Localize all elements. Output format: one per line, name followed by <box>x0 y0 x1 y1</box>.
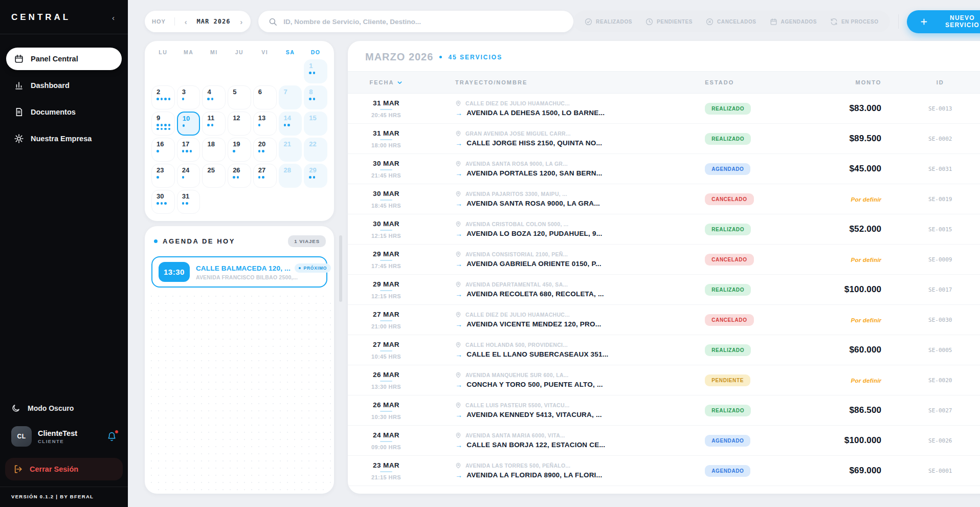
status-badge: AGENDADO <box>705 465 750 477</box>
day-number: 6 <box>258 89 276 95</box>
trip-subtitle: AVENIDA FRANCISCO BILBAO 2500,... <box>196 274 320 280</box>
table-row-SE-0013[interactable]: 31 MAR20:45 HRSCALLE DIEZ DE JULIO HUAMA… <box>348 94 980 124</box>
calendar-day-20[interactable]: 20 <box>253 138 277 162</box>
calendar-day-7[interactable]: 7 <box>279 85 302 109</box>
next-month-icon[interactable]: › <box>239 17 243 26</box>
table-row-SE-0015[interactable]: 30 MAR12:15 HRSAVENIDA CRISTOBAL COLON 5… <box>348 214 980 245</box>
arrow-right-icon: → <box>455 350 462 359</box>
calendar-day-9[interactable]: 9 <box>151 112 175 136</box>
table-row-SE-0017[interactable]: 29 MAR12:15 HRSAVENIDA DEPARTAMENTAL 450… <box>348 275 980 305</box>
search-input[interactable] <box>283 18 563 26</box>
filter-chip-agendados[interactable]: AGENDADOS <box>770 18 817 26</box>
table-row-SE-0001[interactable]: 23 MAR21:15 HRSAVENIDA LAS TORRES 500, P… <box>348 456 980 486</box>
divider <box>380 139 392 140</box>
row-route-cell: AVENIDA SANTA MARIA 6000, VITA...→CALLE … <box>425 432 677 449</box>
row-monto: $45.000 <box>849 164 881 173</box>
calendar-day-27[interactable]: 27 <box>253 164 277 188</box>
calendar-day-30[interactable]: 30 <box>151 190 175 214</box>
table-row-SE-0019[interactable]: 30 MAR18:45 HRSAVENIDA PAJARITOS 3300, M… <box>348 184 980 214</box>
table-row-SE-0026[interactable]: 24 MAR09:00 HRSAVENIDA SANTA MARIA 6000,… <box>348 426 980 456</box>
calendar-day-11[interactable]: 11 <box>202 112 226 136</box>
calendar-day-1[interactable]: 1 <box>304 59 327 83</box>
calendar-day-23[interactable]: 23 <box>151 164 175 188</box>
sidebar-item-nuestra-empresa[interactable]: Nuestra Empresa <box>6 127 122 150</box>
row-time: 10:45 HRS <box>371 354 401 360</box>
service-dots <box>284 124 298 126</box>
sidebar-item-dashboard[interactable]: Dashboard <box>6 74 122 97</box>
pin-icon <box>455 462 461 469</box>
row-route-cell: AVENIDA DEPARTAMENTAL 450, SA...→AVENIDA… <box>425 281 677 298</box>
filter-chip-pendientes[interactable]: PENDIENTES <box>645 18 693 26</box>
row-route-cell: AVENIDA SANTA ROSA 9000, LA GR...→AVENID… <box>425 161 677 178</box>
row-date: 29 MAR <box>373 250 399 258</box>
table-row-SE-0031[interactable]: 30 MAR21:45 HRSAVENIDA SANTA ROSA 9000, … <box>348 154 980 184</box>
user-card[interactable]: CL ClienteTest CLIENTE <box>0 419 128 454</box>
scrollbar-thumb[interactable] <box>339 235 342 302</box>
table-row-SE-0002[interactable]: 31 MAR18:00 HRSGRAN AVENIDA JOSE MIGUEL … <box>348 124 980 154</box>
calendar-day-18[interactable]: 18 <box>202 138 226 162</box>
prev-month-icon[interactable]: ‹ <box>184 17 188 26</box>
calendar-day-15[interactable]: 15 <box>304 112 327 136</box>
day-number: 11 <box>207 115 225 121</box>
row-id: SE-0015 <box>902 226 978 233</box>
day-number: 16 <box>157 141 174 147</box>
calendar-day-31[interactable]: 31 <box>177 190 201 214</box>
calendar-day-17[interactable]: 17 <box>177 138 201 162</box>
table-row-SE-0027[interactable]: 26 MAR10:30 HRSCALLE LUIS PASTEUR 5500, … <box>348 395 980 426</box>
table-row-SE-0020[interactable]: 26 MAR13:30 HRSAVENIDA MANQUEHUE SUR 600… <box>348 365 980 395</box>
row-monto-cell: $60.000 <box>799 345 902 355</box>
row-monto: $100.000 <box>844 435 882 445</box>
calendar-day-21[interactable]: 21 <box>279 138 302 162</box>
calendar-day-22[interactable]: 22 <box>304 138 327 162</box>
row-date-cell: 30 MAR18:45 HRS <box>348 190 425 209</box>
pin-icon <box>455 281 461 288</box>
filter-chip-label: CANCELADOS <box>717 19 756 25</box>
calendar-day-2[interactable]: 2 <box>151 85 175 109</box>
divider <box>380 411 392 412</box>
calendar-day-26[interactable]: 26 <box>228 164 251 188</box>
calendar-day-4[interactable]: 4 <box>202 85 226 109</box>
calendar-day-3[interactable]: 3 <box>177 85 201 109</box>
calendar-day-6[interactable]: 6 <box>253 85 277 109</box>
filter-chip-en-proceso[interactable]: EN PROCESO <box>830 18 879 26</box>
calendar-day-5[interactable]: 5 <box>228 85 251 109</box>
new-service-button[interactable]: NUEVO SERVICIO <box>907 10 980 33</box>
divider <box>380 320 392 321</box>
table-row-SE-0005[interactable]: 27 MAR10:45 HRSCALLE HOLANDA 500, PROVID… <box>348 335 980 365</box>
calendar-day-29[interactable]: 29 <box>304 164 327 188</box>
trip-status-badge: PRÓXIMO <box>295 263 331 273</box>
column-header-fecha[interactable]: FECHA <box>370 79 403 85</box>
pin-icon <box>455 402 461 408</box>
sidebar-item-documentos[interactable]: Documentos <box>6 101 122 123</box>
calendar-day-13[interactable]: 13 <box>253 112 277 136</box>
row-monto: $89.500 <box>849 134 881 143</box>
agenda-trip-card[interactable]: 13:30 CALLE BALMACEDA 120, ... PRÓXIMO A… <box>151 256 327 288</box>
notifications-bell-icon[interactable] <box>107 432 117 442</box>
dark-mode-toggle[interactable]: Modo Oscuro <box>0 398 128 419</box>
sidebar-collapse-icon[interactable]: ‹ <box>110 13 117 22</box>
calendar-day-24[interactable]: 24 <box>177 164 201 188</box>
calendar-day-10[interactable]: 10 <box>177 112 201 136</box>
column-header-id: ID <box>902 79 978 85</box>
row-id: SE-0027 <box>902 407 978 414</box>
calendar-day-12[interactable]: 12 <box>228 112 251 136</box>
today-button[interactable]: HOY <box>152 18 166 25</box>
arrow-right-icon: → <box>455 230 462 238</box>
calendar-day-16[interactable]: 16 <box>151 138 175 162</box>
filter-chip-cancelados[interactable]: CANCELADOS <box>706 18 756 26</box>
calendar-day-14[interactable]: 14 <box>279 112 302 136</box>
filter-chip-label: REALIZADOS <box>596 19 632 25</box>
filter-chip-realizados[interactable]: REALIZADOS <box>585 18 632 26</box>
table-row-SE-0009[interactable]: 29 MAR17:45 HRSAVENIDA CONSISTORIAL 2100… <box>348 245 980 275</box>
row-date-cell: 30 MAR12:15 HRS <box>348 220 425 239</box>
calendar-day-19[interactable]: 19 <box>228 138 251 162</box>
calendar-day-28[interactable]: 28 <box>279 164 302 188</box>
calendar-day-8[interactable]: 8 <box>304 85 327 109</box>
search-bar <box>258 11 573 32</box>
logout-button[interactable]: Cerrar Sesión <box>5 458 123 480</box>
sidebar-item-panel-central[interactable]: Panel Central <box>6 48 122 70</box>
arrow-right-icon: → <box>455 109 462 117</box>
calendar-day-25[interactable]: 25 <box>202 164 226 188</box>
table-row-SE-0030[interactable]: 27 MAR21:00 HRSCALLE DIEZ DE JULIO HUAMA… <box>348 305 980 335</box>
row-time: 12:15 HRS <box>371 233 401 239</box>
